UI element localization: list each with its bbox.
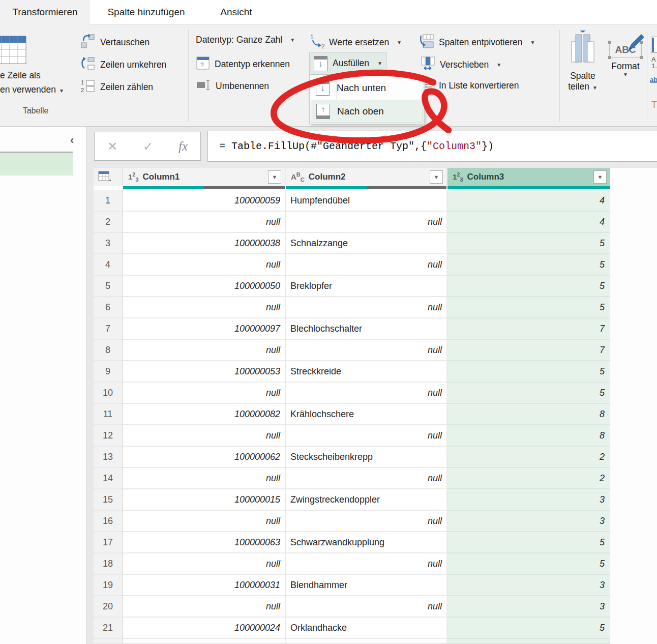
cell-column1[interactable]: 100000015 [123, 489, 286, 511]
cell-column3[interactable]: 3 [447, 489, 610, 511]
spalte-teilen-button[interactable]: Spalte teilen▼ [563, 31, 602, 92]
cell-column2[interactable]: null [286, 383, 447, 404]
use-first-row-button-line2[interactable]: en verwenden▼ [0, 84, 64, 95]
cell-column2[interactable]: null [286, 468, 447, 489]
cell-column3[interactable]: 8 [447, 404, 610, 425]
cell-column3[interactable]: 5 [447, 383, 610, 404]
row-number[interactable]: 3 [94, 233, 123, 254]
cell-column2[interactable]: Orklandhacke [286, 618, 447, 639]
cell-column3[interactable]: 4 [447, 190, 610, 212]
cell-column2[interactable]: Breklopfer [286, 276, 447, 297]
format-button[interactable]: ABC Format ▼ [606, 31, 645, 77]
row-number[interactable]: 11 [94, 404, 123, 425]
datentyp-button[interactable]: Datentyp: Ganze Zahl▼ [196, 35, 295, 45]
datentyp-erkennen-button[interactable]: ? Datentyp erkennen [196, 56, 290, 73]
cell-column3[interactable]: 5 [447, 276, 610, 297]
row-number[interactable]: 18 [94, 553, 123, 575]
row-number[interactable]: 12 [94, 425, 123, 447]
tab-spalte-hinzufuegen[interactable]: Spalte hinzufügen [94, 0, 198, 24]
row-number[interactable]: 4 [94, 254, 123, 276]
cell-column1[interactable]: null [123, 425, 286, 447]
cell-column1[interactable]: null [123, 553, 286, 575]
collapse-pane-chevron-icon[interactable]: ‹ [70, 134, 74, 147]
cell-column2[interactable]: Blechlochschalter [286, 318, 447, 340]
cell-column2[interactable]: null [286, 254, 447, 276]
cell-column1[interactable]: 100000038 [123, 233, 286, 254]
row-number[interactable]: 10 [94, 383, 123, 404]
cell-column3[interactable]: 7 [447, 318, 610, 340]
column3-filter-button[interactable]: ▼ [593, 170, 607, 184]
cell-column1[interactable]: 100000097 [123, 318, 286, 340]
row-number[interactable]: 14 [94, 468, 123, 489]
zeilen-umkehren-button[interactable]: Zeilen umkehren [80, 56, 166, 74]
row-number[interactable]: 13 [94, 447, 123, 468]
cell-column1[interactable]: null [123, 468, 286, 489]
select-all-corner[interactable] [94, 168, 123, 186]
cell-column2[interactable]: null [286, 596, 447, 618]
cell-column2[interactable]: null [286, 511, 447, 532]
cell-column2[interactable]: Zwingstreckendoppler [286, 489, 447, 511]
cancel-icon[interactable]: ✕ [107, 139, 117, 154]
formula-bar[interactable]: = Table.FillUp(#"Geanderter Typ",{"Colum… [207, 131, 657, 162]
cell-column3[interactable]: 5 [447, 361, 610, 383]
in-liste-konvertieren-button[interactable]: In Liste konvertieren [423, 79, 519, 92]
column2-filter-button[interactable]: ▼ [430, 170, 443, 184]
cell-column2[interactable]: Schwarzwandkupplung [286, 532, 447, 553]
cell-column1[interactable]: null [123, 297, 286, 318]
cell-column3[interactable]: 3 [447, 596, 610, 618]
row-number[interactable]: 8 [94, 340, 123, 361]
cell-column2[interactable]: null [286, 297, 447, 318]
cell-column1[interactable]: null [123, 212, 286, 233]
cell-column3[interactable]: 5 [447, 618, 610, 639]
row-number[interactable]: 19 [94, 575, 123, 596]
column2-header[interactable]: ABC Column2 ▼ [286, 168, 447, 186]
cell-column2[interactable]: Streckkreide [286, 361, 447, 383]
use-first-row-button-line1[interactable]: e Zeile als [0, 70, 41, 81]
cell-column1[interactable]: null [123, 254, 286, 276]
fx-icon[interactable]: fx [178, 139, 188, 154]
cell-column3[interactable]: 3 [447, 511, 610, 532]
umbenennen-button[interactable]: Umbenennen [196, 78, 269, 94]
cell-column3[interactable]: 2 [447, 447, 610, 468]
tab-ansicht[interactable]: Ansicht [210, 0, 263, 24]
spalten-entpivotieren-button[interactable]: Spalten entpivotieren▼ [419, 34, 535, 51]
cell-column2[interactable]: null [286, 340, 447, 361]
cell-column1[interactable]: 100000053 [123, 361, 286, 383]
zeilen-zaehlen-button[interactable]: 12 Zeilen zählen [80, 78, 153, 96]
cell-column3[interactable]: 5 [447, 233, 610, 254]
cell-column3[interactable]: 5 [447, 553, 610, 575]
row-number[interactable]: 15 [94, 489, 123, 511]
column3-header[interactable]: 123 Column3 ▼ [447, 168, 610, 186]
row-number[interactable]: 20 [94, 596, 123, 618]
cell-column1[interactable]: 100000063 [123, 532, 286, 553]
menu-item-nach-unten[interactable]: ↓ Nach unten [311, 76, 423, 99]
cell-column3[interactable]: 5 [447, 254, 610, 276]
row-number[interactable]: 2 [94, 212, 123, 233]
verschieben-button[interactable]: Verschieben▼ [420, 56, 501, 74]
cell-column3[interactable]: 3 [447, 575, 610, 596]
cell-column3[interactable]: 7 [447, 340, 610, 361]
cell-column1[interactable]: null [123, 596, 286, 618]
cell-column1[interactable]: 100000062 [123, 447, 286, 468]
cell-column1[interactable]: 100000024 [123, 618, 286, 639]
column1-filter-button[interactable]: ▼ [268, 170, 281, 184]
vertauschen-button[interactable]: Vertauschen [80, 34, 150, 51]
werte-ersetzen-button[interactable]: 12 Werte ersetzen▼ [309, 34, 402, 51]
row-number[interactable]: 6 [94, 297, 123, 318]
row-number[interactable]: 21 [94, 618, 123, 639]
cell-column1[interactable]: null [123, 340, 286, 361]
check-icon[interactable]: ✓ [143, 139, 153, 154]
cell-column1[interactable]: 100000082 [123, 404, 286, 425]
row-number[interactable]: 7 [94, 318, 123, 340]
cell-column3[interactable]: 8 [447, 425, 610, 447]
row-number[interactable]: 16 [94, 511, 123, 532]
selected-query-item[interactable] [0, 152, 73, 175]
cell-column3[interactable]: 4 [447, 212, 610, 233]
cell-column2[interactable]: null [286, 553, 447, 575]
cell-column2[interactable]: Blendhammer [286, 575, 447, 596]
menu-item-nach-oben[interactable]: ↑ Nach oben [311, 100, 423, 123]
cell-column1[interactable]: null [123, 383, 286, 404]
cell-column1[interactable]: 100000059 [123, 190, 286, 212]
cell-column2[interactable]: Krählochschere [286, 404, 447, 425]
cell-column3[interactable]: 5 [447, 532, 610, 553]
